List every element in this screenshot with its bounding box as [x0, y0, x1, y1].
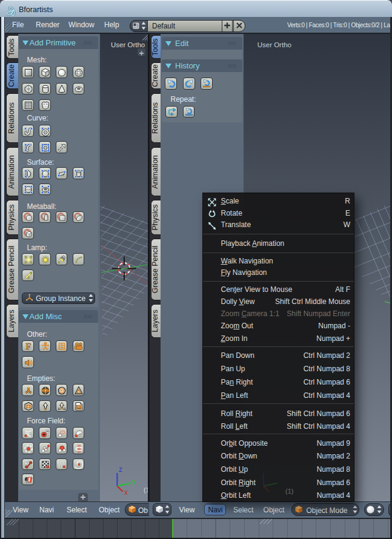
svg-text:y: y: [132, 477, 136, 486]
svg-text:F: F: [25, 342, 31, 351]
svg-text:z: z: [119, 465, 122, 474]
svg-text:x: x: [124, 488, 128, 497]
